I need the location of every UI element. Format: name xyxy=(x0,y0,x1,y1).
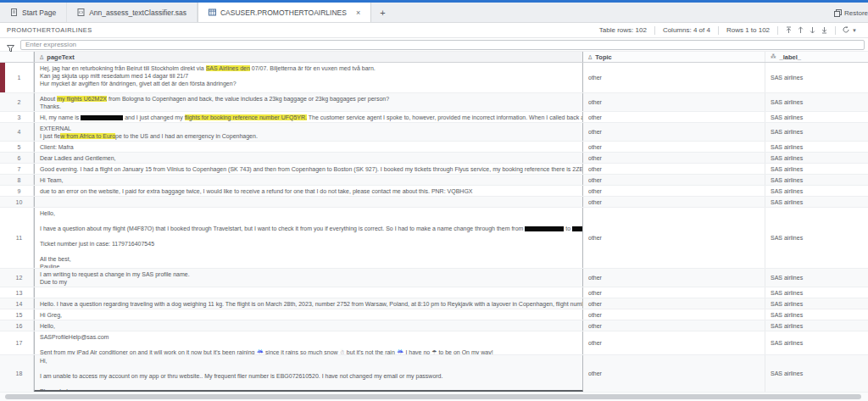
last-row-icon[interactable] xyxy=(821,26,827,34)
tab-start-page[interactable]: Start Page xyxy=(0,3,67,22)
label-cell[interactable]: SAS airlines xyxy=(765,175,868,185)
pagetext-cell[interactable]: EXTERNAL I just flew from Africa to Euro… xyxy=(34,123,583,141)
pagetext-cell[interactable]: SASProfileHelp@sas.com Sent from my iPad… xyxy=(34,331,583,354)
table-row[interactable]: 12I am writing to request a change in my… xyxy=(0,269,868,287)
label-cell[interactable]: SAS airlines xyxy=(765,355,868,392)
column-header-label[interactable]: ⁂ _label_ xyxy=(765,52,868,62)
row-number-cell[interactable]: 7 xyxy=(5,164,34,174)
row-up-icon[interactable] xyxy=(798,26,804,34)
row-number-cell[interactable]: 9 xyxy=(5,186,34,196)
table-row[interactable]: 13otherSAS airlines xyxy=(0,287,868,298)
table-row[interactable]: 11Hello, I have a question about my flig… xyxy=(0,208,868,269)
filter-expression-input[interactable] xyxy=(20,40,865,50)
row-number-cell[interactable]: 2 xyxy=(5,93,34,111)
tab-casuser-promothertoairlines[interactable]: CASUSER.PROMOTHERTOAIRLINES × xyxy=(198,3,371,22)
topic-cell[interactable]: other xyxy=(583,175,765,185)
table-row[interactable]: 18Hi, I am unable to access my account o… xyxy=(0,355,868,393)
topic-cell[interactable]: other xyxy=(583,197,765,207)
row-number-cell[interactable]: 8 xyxy=(5,175,34,185)
table-row[interactable]: 16Hello,otherSAS airlines xyxy=(0,320,868,331)
table-row[interactable]: 10otherSAS airlines xyxy=(0,197,868,208)
column-header-pagetext[interactable]: Δ pageText xyxy=(34,52,583,62)
restore-control[interactable]: Restore xyxy=(834,3,868,23)
row-number-cell[interactable]: 15 xyxy=(5,309,34,320)
table-row[interactable]: 5Client: MafraotherSAS airlines xyxy=(0,142,868,153)
topic-cell[interactable]: other xyxy=(583,320,765,331)
table-row[interactable]: 9due to an error on the website, I paid … xyxy=(0,186,868,197)
row-number-cell[interactable]: 16 xyxy=(5,320,34,331)
row-number-cell[interactable]: 14 xyxy=(5,298,34,309)
new-tab-button[interactable]: + xyxy=(371,3,393,22)
label-cell[interactable]: SAS airlines xyxy=(765,331,868,354)
topic-cell[interactable]: other xyxy=(583,153,765,163)
label-cell[interactable]: SAS airlines xyxy=(765,153,868,163)
table-row[interactable]: 1Hej, jag har en returbokning från Beiru… xyxy=(0,63,868,93)
topic-cell[interactable]: other xyxy=(583,355,765,392)
pagetext-cell[interactable]: Hi Greg, xyxy=(34,309,583,320)
topic-cell[interactable]: other xyxy=(583,93,765,111)
refresh-button[interactable]: ▼ xyxy=(836,25,863,36)
pagetext-cell[interactable] xyxy=(34,197,583,207)
topic-cell[interactable]: other xyxy=(583,112,765,122)
row-number-cell[interactable]: 1 xyxy=(5,63,34,92)
pagetext-cell[interactable]: due to an error on the website, I paid f… xyxy=(34,186,583,196)
pagetext-cell[interactable] xyxy=(34,287,583,298)
pagetext-cell[interactable]: Dear Ladies and Gentlemen, xyxy=(34,153,583,163)
topic-cell[interactable]: other xyxy=(583,309,765,320)
table-row[interactable]: 14Hello. I have a question regarding tra… xyxy=(0,298,868,309)
label-cell[interactable]: SAS airlines xyxy=(765,287,868,298)
topic-cell[interactable]: other xyxy=(583,269,765,287)
pagetext-cell[interactable]: Hi, my name is and I just changed my fli… xyxy=(34,112,583,122)
topic-cell[interactable]: other xyxy=(583,208,765,268)
row-number-cell[interactable]: 18 xyxy=(5,355,34,392)
topic-cell[interactable]: other xyxy=(583,287,765,298)
pagetext-cell[interactable]: Client: Mafra xyxy=(34,142,583,152)
pagetext-cell[interactable]: Hello, xyxy=(34,320,583,331)
label-cell[interactable]: SAS airlines xyxy=(765,320,868,331)
table-row[interactable]: 6Dear Ladies and Gentlemen,otherSAS airl… xyxy=(0,153,868,164)
row-down-icon[interactable] xyxy=(810,26,815,34)
label-cell[interactable]: SAS airlines xyxy=(765,197,868,207)
table-row[interactable]: 2About my flights U62M2X from Bologna to… xyxy=(0,93,868,112)
row-number-cell[interactable]: 13 xyxy=(5,287,34,298)
label-cell[interactable]: SAS airlines xyxy=(765,298,868,309)
row-number-cell[interactable]: 5 xyxy=(5,142,34,152)
table-row[interactable]: 15Hi Greg,otherSAS airlines xyxy=(0,309,868,320)
row-number-cell[interactable]: 3 xyxy=(5,112,34,122)
pagetext-cell[interactable]: Good evening. I had a flight on January … xyxy=(34,164,583,174)
pagetext-cell[interactable]: Hi Team, xyxy=(34,175,583,185)
pagetext-cell[interactable]: About my flights U62M2X from Bologna to … xyxy=(34,93,583,111)
pagetext-cell[interactable]: Hej, jag har en returbokning från Beirut… xyxy=(34,63,583,92)
close-tab-icon[interactable]: × xyxy=(356,8,360,17)
table-row[interactable]: 7Good evening. I had a flight on January… xyxy=(0,164,868,175)
label-cell[interactable]: SAS airlines xyxy=(765,63,868,92)
tab-program-file[interactable]: Ann_assess_textClassifier.sas xyxy=(67,3,198,22)
table-row[interactable]: 4EXTERNAL I just flew from Africa to Eur… xyxy=(0,123,868,142)
filter-icon[interactable] xyxy=(7,41,14,48)
table-row[interactable]: 17SASProfileHelp@sas.com Sent from my iP… xyxy=(0,331,868,355)
table-row[interactable]: 8Hi Team,otherSAS airlines xyxy=(0,175,868,186)
row-number-cell[interactable]: 6 xyxy=(5,153,34,163)
pagetext-cell[interactable]: Hello, I have a question about my flight… xyxy=(34,208,583,268)
row-number-cell[interactable]: 17 xyxy=(5,331,34,354)
row-number-cell[interactable]: 10 xyxy=(5,197,34,207)
label-cell[interactable]: SAS airlines xyxy=(765,269,868,287)
scrollbar-thumb[interactable] xyxy=(5,394,861,399)
pagetext-cell[interactable]: Hello. I have a question regarding trave… xyxy=(34,298,583,309)
horizontal-scrollbar[interactable] xyxy=(0,392,868,401)
label-cell[interactable]: SAS airlines xyxy=(765,208,868,268)
topic-cell[interactable]: other xyxy=(583,331,765,354)
topic-cell[interactable]: other xyxy=(583,142,765,152)
column-header-topic[interactable]: Δ Topic xyxy=(583,52,765,62)
topic-cell[interactable]: other xyxy=(583,123,765,141)
row-number-cell[interactable]: 12 xyxy=(5,269,34,287)
label-cell[interactable]: SAS airlines xyxy=(765,123,868,141)
pagetext-cell[interactable]: Hi, I am unable to access my account on … xyxy=(34,355,583,392)
topic-cell[interactable]: other xyxy=(583,298,765,309)
topic-cell[interactable]: other xyxy=(583,63,765,92)
label-cell[interactable]: SAS airlines xyxy=(765,164,868,174)
label-cell[interactable]: SAS airlines xyxy=(765,309,868,320)
label-cell[interactable]: SAS airlines xyxy=(765,142,868,152)
topic-cell[interactable]: other xyxy=(583,186,765,196)
pagetext-cell[interactable]: I am writing to request a change in my S… xyxy=(34,269,583,287)
